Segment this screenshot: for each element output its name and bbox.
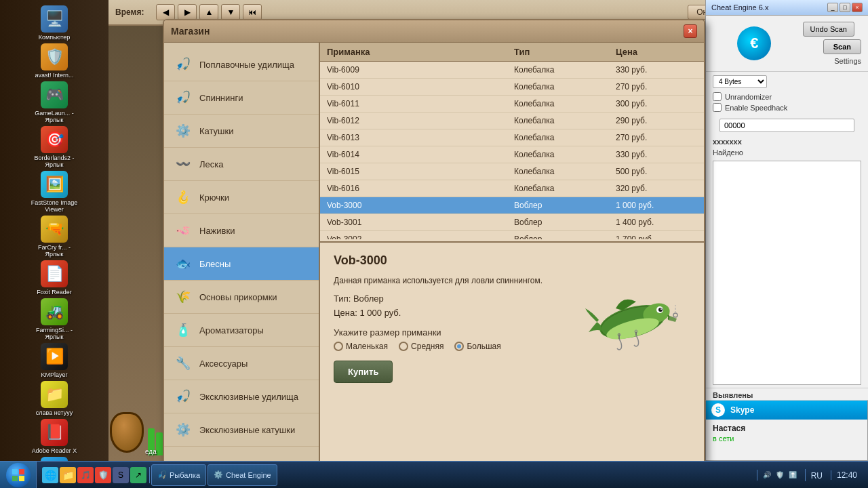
ce-title: Cheat Engine 6.x (711, 3, 768, 12)
gamelaunch-icon: 🎮 (41, 81, 68, 108)
skype-logo: S (711, 403, 725, 417)
foxit-icon: 📄 (41, 260, 68, 287)
start-button[interactable] (0, 462, 37, 489)
accessories-icon: 🔧 (174, 354, 193, 373)
taskbar-game-btn[interactable]: 🎣 Рыбалка (151, 464, 206, 486)
table-row-8[interactable]: Vob-3000 Воблер 1 000 руб. (320, 197, 704, 214)
cell-type-0: Колебалка (514, 65, 616, 75)
shop-close-btn[interactable]: × (684, 24, 697, 38)
icon-adobe[interactable]: 📕 Adobe Reader X (31, 419, 78, 454)
icon-gamelaunch[interactable]: 🎮 GameLaun... - Ярлык (31, 81, 78, 123)
cell-type-5: Колебалка (514, 150, 616, 159)
faststone-icon: 🖼️ (41, 171, 68, 198)
category-reels[interactable]: ⚙️ Катушки (164, 115, 319, 148)
icon-computer[interactable]: 🖥️ Компьютер (31, 5, 78, 41)
nav-up-btn[interactable]: ▲ (199, 4, 218, 20)
svg-rect-16 (19, 469, 24, 474)
category-hooks[interactable]: 🪝 Крючки (164, 181, 319, 214)
ce-speedhack-row[interactable]: Enable Speedhack (713, 103, 861, 112)
table-row-10[interactable]: Vob-3002 Воблер 1 700 руб. (320, 231, 704, 239)
category-excl-rods[interactable]: 🎣 Эксклюзивные удилища (164, 380, 319, 413)
skype-header: S Skype (706, 401, 867, 420)
table-row-6[interactable]: Vib-6015 Колебалка 500 руб. (320, 163, 704, 180)
radio-small[interactable] (334, 342, 343, 351)
cell-price-6: 500 руб. (616, 167, 697, 176)
taskbar-ce-btn[interactable]: ⚙️ Cheat Engine (208, 464, 277, 486)
nav-prev-btn[interactable]: ◀ (156, 4, 175, 20)
col-header-type: Тип (514, 47, 616, 57)
ce-close-btn[interactable]: × (852, 3, 863, 12)
taskbar-extra-icon[interactable]: ↗ (130, 467, 146, 483)
excl-reels-icon: ⚙️ (174, 420, 193, 439)
category-attractants[interactable]: 🧴 Ароматизаторы (164, 314, 319, 347)
reels-icon: ⚙️ (174, 121, 193, 140)
cell-name-8: Vob-3000 (327, 201, 514, 210)
size-small[interactable]: Маленькая (334, 342, 388, 351)
cell-price-3: 290 руб. (616, 116, 697, 125)
ce-unrandomizer-check[interactable] (713, 92, 722, 101)
nav-home-btn[interactable]: ⏮ (243, 4, 262, 20)
category-excl-reels[interactable]: ⚙️ Эксклюзивные катушки (164, 413, 319, 447)
radio-large[interactable] (454, 342, 464, 351)
ce-unrandomizer-row[interactable]: Unrandomizer (713, 92, 861, 101)
size-prompt: Укажите размер приманки (334, 327, 555, 338)
table-row-3[interactable]: Vib-6012 Колебалка 290 руб. (320, 113, 704, 129)
table-row-9[interactable]: Vob-3001 Воблер 1 400 руб. (320, 214, 704, 231)
nav-down-btn[interactable]: ▼ (221, 4, 240, 20)
category-line[interactable]: 〰️ Леска (164, 148, 319, 181)
taskbar-game-icon: 🎣 (157, 470, 167, 479)
category-spinning[interactable]: 🎣 Спиннинги (164, 81, 319, 115)
taskbar-skype-icon[interactable]: S (113, 467, 129, 483)
cell-price-8: 1 000 руб. (616, 201, 697, 210)
taskbar-media-icon[interactable]: 🎵 (77, 467, 94, 483)
radio-medium[interactable] (399, 342, 408, 351)
ce-found-list[interactable] (713, 161, 861, 385)
category-float-rods[interactable]: 🎣 Поплавочные удилища (164, 48, 319, 81)
category-lures[interactable]: 🐟 Блесны (164, 247, 319, 281)
category-groundbait[interactable]: 🌾 Основы прикормки (164, 281, 319, 314)
cell-name-6: Vib-6015 (327, 167, 514, 176)
ce-type-dropdown[interactable]: 4 Bytes 2 Bytes 8 Bytes Float (713, 75, 767, 88)
table-row-2[interactable]: Vib-6011 Колебалка 300 руб. (320, 96, 704, 113)
ce-minimize-btn[interactable]: _ (827, 3, 838, 12)
cat-excl-reels-label: Эксклюзивные катушки (199, 425, 295, 435)
size-large[interactable]: Большая (454, 342, 500, 351)
hooks-icon: 🪝 (174, 188, 193, 207)
size-medium[interactable]: Средняя (399, 342, 443, 351)
category-accessories[interactable]: 🔧 Аксессуары (164, 347, 319, 380)
cell-name-0: Vib-6009 (327, 65, 514, 75)
table-row-7[interactable]: Vib-6016 Колебалка 320 руб. (320, 180, 704, 197)
ce-maximize-btn[interactable]: □ (840, 3, 850, 12)
nav-next-btn[interactable]: ▶ (178, 4, 197, 20)
cell-price-1: 270 руб. (616, 82, 697, 92)
ce-settings-label[interactable]: Settings (834, 57, 861, 65)
icon-foxit[interactable]: 📄 Foxit Reader (31, 260, 78, 296)
svg-point-4 (658, 308, 663, 312)
sys-tray: 🔊 🛡️ ⬆️ (757, 470, 802, 481)
icon-borderlands[interactable]: 🎯 Borderlands2 - Ярлык (31, 126, 78, 168)
icon-kmplayer[interactable]: ▶️ KMPlayer (31, 343, 78, 378)
icon-faststone[interactable]: 🖼️ FastStone Image Viewer (31, 171, 78, 213)
shop-sidebar: 🎣 Поплавочные удилища 🎣 Спиннинги ⚙️ Кат… (164, 43, 320, 463)
taskbar-ie-icon[interactable]: 🌐 (42, 467, 58, 483)
taskbar-antivir-icon[interactable]: 🛡️ (95, 467, 111, 483)
language-indicator: RU (811, 471, 823, 481)
icon-farmingsim[interactable]: 🚜 FarmingSi... - Ярлык (31, 298, 78, 340)
table-row-1[interactable]: Vib-6010 Колебалка 270 руб. (320, 79, 704, 96)
table-row-4[interactable]: Vib-6013 Колебалка 270 руб. (320, 129, 704, 146)
buy-button[interactable]: Купить (334, 361, 393, 383)
icon-slava[interactable]: 📁 слава нетуyy (31, 381, 78, 416)
icon-farcry[interactable]: 🔫 FarCry fr... - Ярлык (31, 216, 78, 258)
skype-user-info: Настася в сети (706, 420, 867, 447)
ce-scan-btn[interactable]: Scan (823, 39, 861, 54)
table-row-0[interactable]: Vib-6009 Колебалка 330 руб. (320, 62, 704, 79)
category-bait[interactable]: 🪱 Наживки (164, 214, 319, 247)
ce-undo-scan-btn[interactable]: Undo Scan (803, 22, 854, 37)
icon-avast[interactable]: 🛡️ avast! Intern... (31, 43, 78, 79)
cell-price-0: 330 руб. (616, 65, 697, 75)
ce-speedhack-check[interactable] (713, 103, 722, 112)
col-header-name: Приманка (327, 47, 514, 57)
table-row-5[interactable]: Vib-6014 Колебалка 330 руб. (320, 146, 704, 163)
ce-value-input[interactable] (719, 119, 854, 132)
taskbar-folder-icon[interactable]: 📁 (60, 467, 76, 483)
